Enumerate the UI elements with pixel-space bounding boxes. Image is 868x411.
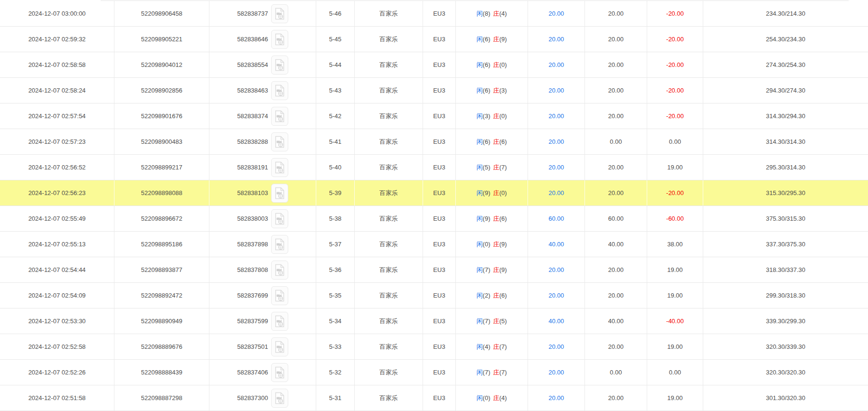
video-replay-button[interactable] [271,30,288,49]
bet-amount-link[interactable]: 20.00 [548,189,564,196]
round-number-cell: 582837501 [209,334,316,359]
bet-amount-link[interactable]: 40.00 [548,318,564,325]
table-row[interactable]: 2024-12-07 03:00:00 522098906458 5828387… [0,1,868,27]
banker-score: (7) [500,164,507,171]
bet-amount-link[interactable]: 20.00 [548,112,564,120]
table-round-cell: 5-36 [316,257,355,282]
game-type-cell: 百家乐 [355,27,423,52]
bet-amount-link[interactable]: 20.00 [548,10,564,17]
video-file-icon [274,59,285,71]
balance-cell: 320.30/320.30 [703,360,868,385]
video-replay-button[interactable] [271,132,288,151]
game-type-cell: 百家乐 [355,334,423,359]
video-replay-button[interactable] [271,158,288,177]
table-row[interactable]: 2024-12-07 02:53:30 522098890949 5828375… [0,308,868,334]
banker-label: 庄 [493,35,500,44]
banker-label: 庄 [493,343,500,351]
table-row[interactable]: 2024-12-07 02:56:23 522098898088 5828381… [0,180,868,206]
video-replay-button[interactable] [271,209,288,228]
video-replay-button[interactable] [271,337,288,356]
table-row[interactable]: 2024-12-07 02:51:58 522098887298 5828373… [0,385,868,411]
valid-amount-cell: 40.00 [585,308,647,334]
video-replay-button[interactable] [271,312,288,331]
table-row[interactable]: 2024-12-07 02:54:09 522098892472 5828376… [0,283,868,308]
bet-amount-link[interactable]: 20.00 [548,36,564,43]
game-type-cell: 百家乐 [355,257,423,282]
table-row[interactable]: 2024-12-07 02:58:24 522098902856 5828384… [0,78,868,103]
round-number: 582838103 [237,189,268,196]
banker-label: 庄 [493,368,500,377]
valid-amount-cell: 20.00 [585,155,647,180]
player-score: (7) [483,369,491,376]
round-number: 582837501 [237,343,268,350]
table-row[interactable]: 2024-12-07 02:58:58 522098904012 5828385… [0,52,868,78]
result-cell: 闲(3) 庄(0) [456,103,528,129]
video-replay-button[interactable] [271,286,288,305]
player-label: 闲 [477,266,483,274]
video-replay-button[interactable] [271,4,288,23]
bet-amount-cell: 20.00 [528,360,585,385]
table-row[interactable]: 2024-12-07 02:55:13 522098895186 5828378… [0,232,868,257]
round-number: 582837808 [237,266,268,273]
table-row[interactable]: 2024-12-07 02:59:32 522098905221 5828386… [0,27,868,52]
platform-cell: EU3 [423,129,456,154]
round-number: 582838554 [237,61,268,68]
table-row[interactable]: 2024-12-07 02:54:44 522098893877 5828378… [0,257,868,283]
video-replay-button[interactable] [271,389,288,408]
bet-amount-link[interactable]: 20.00 [548,343,564,350]
game-type-cell: 百家乐 [355,308,423,334]
platform-cell: EU3 [423,180,456,206]
order-number-cell: 522098888439 [114,360,209,385]
round-number-cell: 582837300 [209,385,316,411]
bet-amount-link[interactable]: 20.00 [548,292,564,299]
win-loss-cell: 0.00 [647,360,703,385]
bet-amount-link[interactable]: 20.00 [548,138,564,145]
game-type-cell: 百家乐 [355,78,423,103]
round-number-cell: 582838003 [209,206,316,231]
round-number: 582838737 [237,10,268,17]
table-row[interactable]: 2024-12-07 02:52:26 522098888439 5828374… [0,360,868,385]
banker-label: 庄 [493,189,500,197]
table-row[interactable]: 2024-12-07 02:57:23 522098900483 5828382… [0,129,868,155]
order-number-cell: 522098887298 [114,385,209,411]
bet-amount-link[interactable]: 20.00 [548,87,564,94]
video-replay-button[interactable] [271,363,288,382]
table-round-cell: 5-43 [316,78,355,103]
bet-amount-link[interactable]: 20.00 [548,164,564,171]
table-round-cell: 5-42 [316,103,355,129]
balance-cell: 295.30/314.30 [703,155,868,180]
table-round-cell: 5-34 [316,308,355,334]
player-score: (9) [483,215,491,222]
bet-amount-link[interactable]: 40.00 [548,241,564,248]
banker-score: (9) [500,36,507,43]
bet-time-cell: 2024-12-07 02:53:30 [0,308,114,334]
bet-amount-link[interactable]: 20.00 [548,369,564,376]
video-replay-button[interactable] [271,56,288,75]
balance-cell: 314.30/314.30 [703,129,868,154]
bet-amount-cell: 40.00 [528,232,585,257]
platform-cell: EU3 [423,103,456,129]
player-score: (6) [483,138,491,145]
valid-amount-cell: 40.00 [585,232,647,257]
video-file-icon [274,110,285,122]
bet-time-cell: 2024-12-07 02:54:09 [0,283,114,308]
bet-time-cell: 2024-12-07 02:54:44 [0,257,114,282]
bet-time-cell: 2024-12-07 02:52:26 [0,360,114,385]
video-replay-button[interactable] [271,235,288,254]
table-row[interactable]: 2024-12-07 02:56:52 522098899217 5828381… [0,155,868,180]
bet-time-cell: 2024-12-07 02:58:24 [0,78,114,103]
bet-amount-link[interactable]: 20.00 [548,266,564,273]
video-replay-button[interactable] [271,184,288,203]
video-replay-button[interactable] [271,81,288,100]
video-replay-button[interactable] [271,107,288,126]
bet-amount-link[interactable]: 20.00 [548,394,564,402]
valid-amount-cell: 60.00 [585,206,647,231]
bet-amount-link[interactable]: 60.00 [548,215,564,222]
player-score: (0) [483,241,491,248]
video-replay-button[interactable] [271,261,288,280]
table-row[interactable]: 2024-12-07 02:55:49 522098896672 5828380… [0,206,868,232]
bet-amount-link[interactable]: 20.00 [548,61,564,68]
table-row[interactable]: 2024-12-07 02:52:58 522098889676 5828375… [0,334,868,360]
round-number-cell: 582838737 [209,1,316,26]
table-row[interactable]: 2024-12-07 02:57:54 522098901676 5828383… [0,103,868,129]
